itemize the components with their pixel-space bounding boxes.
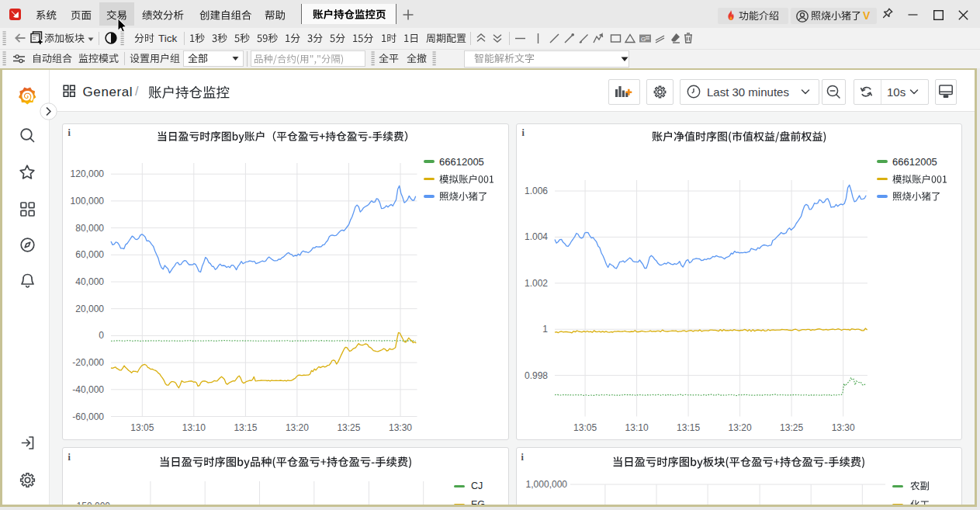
svg-text:G: G bbox=[641, 36, 646, 43]
